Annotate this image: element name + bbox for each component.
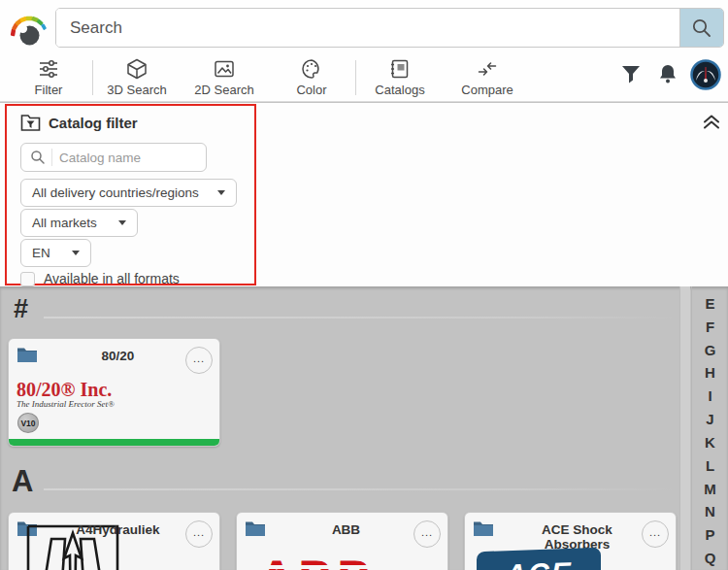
filter-funnel-icon[interactable] xyxy=(620,63,642,84)
double-chevron-up-icon xyxy=(701,111,722,132)
folder-filter-icon xyxy=(20,114,41,132)
card-menu-button[interactable]: ... xyxy=(642,520,669,548)
brand-logo-icon xyxy=(6,6,52,50)
available-formats-checkbox[interactable] xyxy=(20,272,35,286)
binder-icon xyxy=(388,57,412,81)
search-button[interactable] xyxy=(679,9,723,47)
alphabet-letter[interactable]: I xyxy=(708,385,711,408)
search-input[interactable] xyxy=(56,9,679,47)
alphabet-letter[interactable]: F xyxy=(706,316,714,339)
toolbar-label: Color xyxy=(296,83,326,97)
toolbar-label: Catalogs xyxy=(375,83,424,97)
image-icon xyxy=(213,57,236,81)
catalog-name-input[interactable] xyxy=(59,151,206,165)
card-title: ABB xyxy=(287,522,405,537)
progress-bar xyxy=(9,439,219,446)
card-menu-button[interactable]: ... xyxy=(185,347,213,374)
language-dropdown[interactable]: EN xyxy=(20,239,91,267)
abb-logo: ABB xyxy=(260,550,377,570)
checkbox-label: Available in all formats xyxy=(44,271,180,286)
card-title: 80/20 xyxy=(59,349,177,363)
alphabet-letter[interactable]: J xyxy=(706,408,713,431)
card-menu-button[interactable]: ... xyxy=(414,520,441,548)
section-heading-a: A xyxy=(12,464,33,499)
catalog-card-8020[interactable]: 80/20 ... 80/20® Inc. The Industrial Ere… xyxy=(8,338,220,447)
catalog-card-ace[interactable]: ACE Shock Absorbers ... ACE xyxy=(464,512,677,570)
section-divider xyxy=(44,317,675,319)
toolbar-right xyxy=(616,54,728,100)
top-bar: Filter 3D Search xyxy=(0,0,728,102)
ace-logo: ACE xyxy=(477,548,601,570)
folder-icon xyxy=(17,346,38,363)
toolbar-item-color[interactable]: Color xyxy=(268,56,355,99)
catalog-name-search xyxy=(20,143,207,172)
search-icon xyxy=(21,150,51,165)
dropdown-value: EN xyxy=(32,246,50,260)
brand-logo[interactable] xyxy=(6,6,52,50)
alphabet-letter[interactable]: L xyxy=(706,454,714,478)
filter-panel-zone: Catalog filter All delivery countries/re… xyxy=(0,103,728,286)
alphabet-letter[interactable]: H xyxy=(705,361,715,385)
alphabet-letter[interactable]: G xyxy=(705,339,716,362)
markets-dropdown[interactable]: All markets xyxy=(20,209,138,237)
alphabet-index-rail: E F G H I J K L M N P Q xyxy=(691,286,728,570)
toolbar-item-catalogs[interactable]: Catalogs xyxy=(356,56,444,99)
toolbar-item-compare[interactable]: Compare xyxy=(444,56,531,99)
alphabet-letter[interactable]: K xyxy=(705,431,715,454)
alphabet-letter[interactable]: N xyxy=(705,500,715,523)
section-heading-hash: # xyxy=(14,294,28,324)
catalog-filter-title: Catalog filter xyxy=(49,115,138,131)
notifications-bell-icon[interactable] xyxy=(656,62,679,85)
compare-arrows-icon xyxy=(476,57,499,81)
toolbar-item-3d-search[interactable]: 3D Search xyxy=(93,56,181,99)
catalog-filter-header: Catalog filter xyxy=(20,114,138,132)
logo-stripe xyxy=(256,565,381,569)
card-menu-button[interactable]: ... xyxy=(185,520,213,548)
sliders-icon xyxy=(37,57,60,81)
folder-icon xyxy=(245,520,266,537)
card-title: ACE Shock Absorbers xyxy=(521,522,633,552)
chevron-down-icon xyxy=(72,251,80,255)
palette-icon xyxy=(300,57,323,81)
catalog-card-abb[interactable]: ABB ... ABB xyxy=(236,512,448,570)
input-divider xyxy=(51,149,52,166)
vertical-scrollbar[interactable] xyxy=(679,286,690,570)
chevron-down-icon xyxy=(118,220,126,225)
delivery-countries-dropdown[interactable]: All delivery countries/regions xyxy=(20,179,237,207)
toolbar-label: Compare xyxy=(461,83,513,97)
logo-text-primary: 80/20® Inc. xyxy=(17,380,115,399)
toolbar-label: 2D Search xyxy=(194,83,253,97)
card-title: A4Hydrauliek xyxy=(59,522,177,537)
alphabet-letter[interactable]: P xyxy=(705,523,714,547)
collapse-panel-button[interactable] xyxy=(701,111,722,132)
toolbar-item-filter[interactable]: Filter xyxy=(5,56,92,99)
chevron-down-icon xyxy=(217,190,225,195)
app-window: Filter 3D Search xyxy=(0,0,728,570)
catalog-card-a4hydrauliek[interactable]: A4Hydrauliek ... xyxy=(8,512,220,570)
toolbar-label: 3D Search xyxy=(107,83,166,97)
alphabet-letter[interactable]: E xyxy=(705,292,714,316)
toolbar-label: Filter xyxy=(35,83,63,97)
alphabet-letter[interactable]: M xyxy=(704,478,716,501)
search-icon xyxy=(690,17,713,40)
formats-checkbox-row: Available in all formats xyxy=(20,271,180,286)
cube-icon xyxy=(125,57,149,81)
dropdown-value: All delivery countries/regions xyxy=(32,185,199,200)
card-logo-8020: 80/20® Inc. The Industrial Erector Set® xyxy=(17,380,115,410)
catalog-filter-panel: Catalog filter All delivery countries/re… xyxy=(5,104,256,285)
folder-icon xyxy=(473,520,494,537)
logo-text-secondary: The Industrial Erector Set® xyxy=(17,399,115,410)
dropdown-value: All markets xyxy=(32,216,97,230)
version-badge: V10 xyxy=(17,413,39,433)
toolbar: Filter 3D Search xyxy=(5,54,531,100)
alphabet-letter[interactable]: Q xyxy=(705,547,716,570)
section-divider xyxy=(44,488,675,490)
user-avatar[interactable] xyxy=(690,59,721,90)
toolbar-item-2d-search[interactable]: 2D Search xyxy=(181,56,268,99)
ace-logo-text: ACE xyxy=(505,556,572,570)
global-search xyxy=(55,8,724,48)
catalog-grid: # 80/20 ... 80/20® Inc. The Industrial E… xyxy=(0,286,728,570)
